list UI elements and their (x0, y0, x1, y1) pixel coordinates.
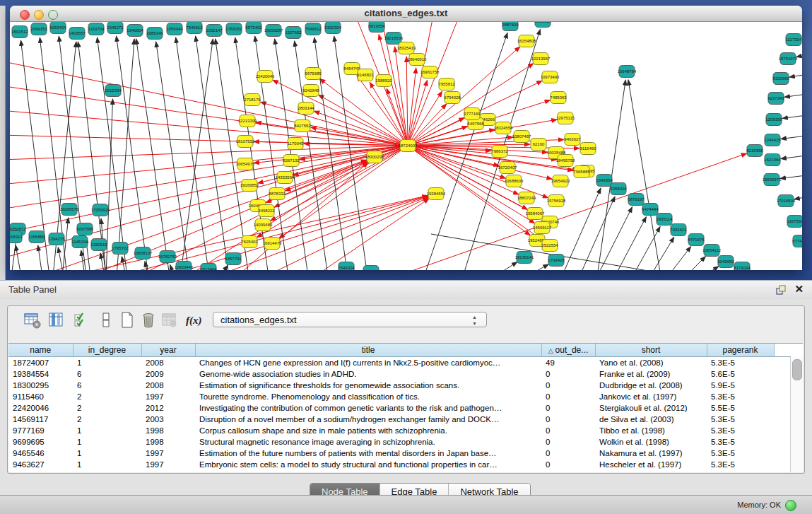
graph-node[interactable]: 9146821 (357, 69, 374, 81)
graph-edge[interactable] (314, 111, 408, 146)
graph-edge[interactable] (703, 267, 719, 270)
graph-node[interactable]: 15692971 (763, 174, 782, 186)
graph-node[interactable]: 19756928 (547, 195, 566, 207)
graph-edge[interactable] (668, 247, 691, 270)
graph-node[interactable]: 10807487 (512, 131, 531, 143)
graph-node[interactable]: 7986372 (491, 146, 508, 158)
graph-node[interactable]: 10654975 (236, 158, 255, 170)
graph-node[interactable]: 7485063 (550, 92, 567, 104)
graph-node[interactable]: 1059324 (363, 266, 379, 271)
graph-node[interactable]: 6513404 (200, 264, 217, 271)
column-header-title[interactable]: title (195, 344, 541, 357)
graph-node[interactable]: 17359924 (91, 204, 110, 216)
graph-node[interactable]: 16154808 (517, 35, 536, 47)
graph-node[interactable]: 19654923 (551, 175, 570, 187)
close-panel-icon[interactable]: ✕ (794, 283, 804, 296)
graph-node[interactable]: 9358924 (610, 183, 627, 195)
graph-edge[interactable] (579, 197, 615, 270)
graph-edge[interactable] (408, 146, 552, 179)
graph-edge[interactable] (10, 146, 408, 185)
graph-node[interactable]: 10973493 (541, 71, 560, 83)
graph-edge[interactable] (615, 217, 646, 270)
graph-edge[interactable] (156, 42, 189, 270)
graph-node[interactable]: 1156889 (29, 231, 46, 243)
graph-node[interactable]: 19384554 (427, 188, 446, 200)
graph-node[interactable]: 8215958 (746, 145, 763, 157)
graph-edge[interactable] (650, 237, 674, 270)
graph-node[interactable]: 1501512 (11, 26, 28, 38)
graph-node[interactable]: 10958107 (134, 247, 153, 259)
graph-edge[interactable] (117, 36, 148, 270)
float-window-icon[interactable] (775, 284, 787, 296)
graph-node[interactable]: 22420046 (256, 71, 275, 83)
graph-node[interactable]: 14569117 (533, 222, 552, 234)
graph-node[interactable]: 2803144 (298, 103, 314, 115)
graph-node[interactable]: 8813054 (368, 22, 385, 33)
row-height-icon[interactable] (97, 311, 115, 331)
column-header-short[interactable]: short (595, 344, 707, 357)
table-mode-icon[interactable] (23, 311, 42, 331)
graph-node[interactable]: 7932621 (670, 224, 687, 236)
graph-node[interactable]: 9457791 (225, 253, 242, 265)
graph-edge[interactable] (16, 245, 21, 270)
graph-node[interactable]: 1733426 (548, 255, 565, 267)
graph-node[interactable]: 9474444 (642, 204, 659, 216)
graph-edge[interactable] (686, 256, 706, 270)
function-builder-icon[interactable]: f(x) (186, 315, 204, 334)
graph-node[interactable]: 1588520 (375, 75, 392, 87)
import-table-icon[interactable] (160, 311, 179, 331)
graph-node[interactable]: 19166852 (240, 180, 259, 192)
graph-node[interactable]: 2045271 (107, 22, 124, 34)
graph-node[interactable]: 10654112 (702, 245, 722, 257)
graph-edge[interactable] (170, 264, 174, 270)
graph-node[interactable]: 1209358 (765, 114, 782, 126)
graph-node[interactable]: 2887604 (502, 22, 519, 31)
graph-node[interactable]: 1946804 (126, 25, 143, 37)
graph-node[interactable]: 8878332 (269, 188, 286, 200)
graph-node[interactable]: 8173024 (734, 262, 751, 271)
graph-node[interactable]: 16961758 (420, 66, 440, 78)
table-row[interactable]: 911546021997Tourette syndrome. Phenomeno… (8, 391, 791, 402)
graph-edge[interactable] (166, 197, 428, 270)
graph-edge[interactable] (781, 135, 802, 139)
graph-node[interactable]: 1795722 (112, 243, 129, 255)
graph-node[interactable]: 19584067 (526, 208, 545, 220)
graph-edge[interactable] (495, 262, 517, 270)
graph-node[interactable]: 9053404 (49, 22, 66, 34)
table-select-dropdown[interactable]: citations_edges.txt ▲▼ (213, 312, 487, 327)
graph-edge[interactable] (318, 95, 408, 146)
graph-node[interactable]: 10688609 (505, 175, 524, 187)
graph-node[interactable]: 7955812 (438, 78, 455, 90)
graph-edge[interactable] (789, 74, 802, 77)
graph-node[interactable]: 17016504 (777, 195, 796, 207)
graph-node[interactable]: 12923446 (175, 262, 194, 271)
graph-node[interactable]: 2522554 (541, 240, 558, 252)
graph-node[interactable]: 12213967 (531, 53, 551, 65)
graph-node[interactable]: 9573402 (245, 22, 262, 34)
table-row[interactable]: 1456911722003Disruption of a novel membe… (8, 414, 791, 425)
graph-node[interactable]: 1117304 (786, 34, 802, 46)
graph-node[interactable]: 1621064 (764, 154, 781, 166)
graph-edge[interactable] (180, 39, 213, 270)
graph-node[interactable]: 1145194 (72, 236, 89, 248)
graph-node[interactable]: 2049153 (30, 23, 47, 35)
graph-node[interactable]: 9315913 (10, 231, 23, 243)
column-header-pagerank[interactable]: pagerank (707, 344, 774, 357)
graph-edge[interactable] (408, 80, 428, 146)
graph-edge[interactable] (216, 39, 249, 270)
column-visibility-icon[interactable] (47, 311, 66, 331)
table-row[interactable]: 1872400712008Changes of HCN gene express… (8, 357, 791, 369)
graph-edge[interactable] (782, 115, 802, 118)
graph-edge[interactable] (117, 39, 134, 270)
graph-node[interactable]: 12213399 (238, 115, 257, 127)
graph-edge[interactable] (10, 146, 408, 259)
table-row[interactable]: 2242004622012Investigating the contribut… (8, 402, 791, 414)
graph-node[interactable]: 18495758 (556, 155, 575, 167)
graph-node[interactable]: 1170045 (288, 138, 305, 150)
graph-node[interactable]: 8806913 (534, 22, 551, 28)
graph-node[interactable]: 19136141 (515, 252, 534, 264)
graph-node[interactable]: 7549324 (338, 262, 355, 271)
table-row[interactable]: 1830029562008Estimation of significance … (8, 380, 791, 391)
table-row[interactable]: 946554611997Estimation of the future num… (8, 448, 791, 459)
graph-node[interactable]: 9097588 (76, 223, 93, 235)
